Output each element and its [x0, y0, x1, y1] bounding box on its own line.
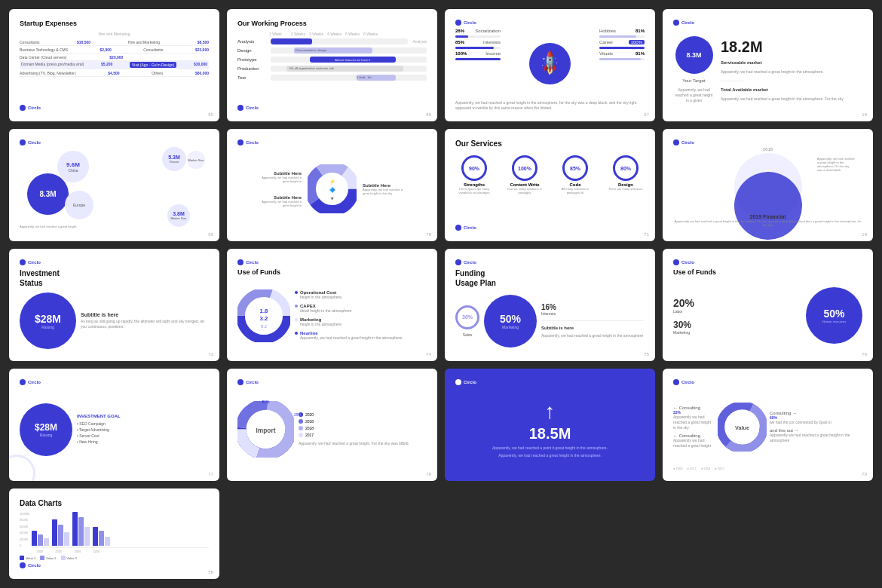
table-row-highlight: Domain Media (press,pro/media.viral)$5,2… — [20, 61, 209, 69]
import-donut: Import 51% 25% 54% — [237, 401, 294, 458]
stat-pct-1: 28% — [455, 29, 464, 33]
consulting-3: Consulting → 60% we had the cor connecte… — [770, 411, 862, 425]
service-strengths: 90% Strengths Lorem ipsum dio many varia… — [455, 155, 493, 194]
logo-icon — [20, 105, 26, 111]
consulting-2: ← Consulting Apparently we had reached a… — [673, 433, 715, 449]
logo-icon — [673, 20, 679, 26]
logo-icon — [673, 139, 679, 145]
logo-icon — [455, 20, 461, 26]
target-label: Your Target — [682, 78, 705, 83]
logo-label: Circlo — [28, 140, 41, 145]
subtitle-left-1: Subtitle Here Apparently, we had reached… — [256, 171, 302, 183]
svg-text:1.8: 1.8 — [260, 308, 268, 314]
stat-pct-2: 85% — [455, 40, 464, 44]
slide-11-title: FundingUsage Plan — [455, 268, 645, 288]
logo-icon — [20, 259, 26, 265]
subtitle-desc: Apparently, we had reached a great heigh… — [541, 333, 645, 338]
process-analysis: Analysis Analysis — [237, 38, 427, 44]
logo-label: Circlo — [28, 380, 41, 384]
stat-label-4: Hobbies — [599, 29, 616, 33]
table-row: Business Technology & CMS$2,900Consultan… — [20, 46, 209, 54]
logo-icon — [673, 379, 679, 385]
logo-icon — [455, 379, 461, 385]
slide-num: 56 — [208, 570, 213, 574]
slide-9: Circlo InvestmentStatus $28M Raising Sub… — [9, 249, 219, 361]
logo-icon — [455, 259, 461, 265]
slide-num: 67 — [644, 112, 649, 117]
labor-display: 20% Labor — [673, 297, 694, 314]
invest-goal-label: INVESTMENT GOAL — [77, 414, 209, 418]
consulting-1: ← Consulting 22% Apparently we had reach… — [673, 406, 715, 430]
target-desc: Apparently, we had reached a great heigh… — [673, 87, 715, 103]
years-legend: ● 2000 ● 2011 ● 2018 ● 2027 — [673, 467, 862, 470]
slide-8: Circlo 2018 2019 Financial Apparently, w… — [663, 129, 873, 241]
slide-num: 66 — [426, 112, 431, 117]
logo-icon — [20, 379, 26, 385]
col-header-2: Hire and Marketing — [98, 32, 130, 36]
logo-icon — [20, 562, 26, 568]
slide-num: 70 — [426, 232, 431, 237]
stat-label-1: Socialization — [475, 29, 501, 33]
marketing-display: 30% Marketing — [673, 320, 694, 335]
svg-text:8.2: 8.2 — [261, 323, 267, 328]
logo-label: Circlo — [28, 106, 41, 110]
logo-icon — [455, 225, 461, 231]
svg-text:Import: Import — [256, 427, 276, 434]
bubble-europe: Europe — [65, 191, 93, 219]
nearline-label: Nearline Apparently, we had reached a gr… — [295, 331, 427, 341]
slide-num: 78 — [426, 472, 431, 476]
service-content: 100% Content Write how we maby solutions… — [506, 155, 544, 194]
logo-label: Circlo — [464, 260, 476, 265]
slide-10: Circlo Use of Funds 1.8 3.2 8.2 Operatio… — [227, 249, 437, 361]
venn-circle-bottom — [734, 172, 802, 240]
raising-circle: $28M Raising — [20, 403, 72, 456]
slide-7-title: Our Services — [455, 139, 645, 148]
bubble-market: Market Size — [187, 151, 205, 169]
slide-15: Circlo ↑ 18.5M Apparently, we had reache… — [445, 369, 655, 481]
slide-9-title: InvestmentStatus — [20, 268, 209, 288]
slide-3: Circlo 28% Socialization 85% Interests 1… — [445, 9, 655, 121]
slide-num: 74 — [426, 352, 431, 357]
year-2018b: 2018 — [299, 426, 409, 430]
marketing-label: Marketing height in the atmosphere — [295, 317, 427, 327]
slide-num: 18 — [862, 112, 867, 117]
market-label: Serviceable market — [721, 60, 862, 65]
slide-num: 18 — [862, 232, 867, 237]
logo-label: Circlo — [28, 563, 41, 568]
stat-pct-6: 91% — [635, 51, 645, 56]
slide-num: 71 — [644, 232, 649, 237]
chart-legend: Value 1 Value 2 Value 3 — [20, 556, 209, 560]
slide-num: 69 — [208, 232, 213, 237]
slide-1: Startup Expenses Hire and Marketing Cons… — [9, 9, 219, 121]
slide-num: 79 — [862, 472, 867, 476]
value-donut: Value — [718, 403, 767, 452]
slide-7: Our Services 90% Strengths Lorem ipsum d… — [445, 129, 655, 241]
financial-label: 2019 Financial Apparently, we had reache… — [673, 214, 862, 227]
process-design: Design Documentation, design — [237, 47, 427, 54]
slide-num: 75 — [644, 352, 649, 357]
logo-label: Circlo — [681, 260, 694, 265]
pct2-circle: 30% — [455, 305, 479, 329]
human-circle: 50% Human resources — [806, 287, 862, 344]
table-row: Data Center (Cloud servers)$20,000 — [20, 54, 209, 61]
slide-num: 76 — [862, 352, 867, 357]
slide-4: Circlo 8.3M Your Target Apparently, we h… — [663, 9, 873, 121]
slide-num: 65 — [208, 112, 213, 117]
total-num: 18.2M — [721, 38, 862, 56]
svg-text:Value: Value — [735, 424, 749, 431]
slide-2-title: Our Working Process — [237, 20, 427, 27]
slide-1-title: Startup Expenses — [20, 20, 209, 27]
x-axis-labels: 2000 2200 2400 3200 — [32, 550, 209, 553]
slide-12-title: Use of Funds — [673, 268, 862, 276]
process-production: Production Hit, all organization custome… — [237, 66, 427, 72]
table-row: Advertising (TV, Blog, Newsletter)$4,500… — [20, 69, 209, 77]
main-circle: 8.3M — [675, 36, 713, 74]
stat-pct-4: 81% — [635, 29, 645, 33]
slide-5: Circlo 9.6M China 5.3M Russia Market Siz… — [9, 129, 219, 241]
slide-15-desc2: Apparently, we had reached a great heigh… — [474, 453, 626, 458]
investment-desc: As long as still going up rapidly, the a… — [81, 319, 209, 329]
logo-label: Circlo — [246, 380, 259, 384]
logo-label: Circlo — [464, 20, 476, 25]
bubble-china: 9.6M China — [57, 151, 89, 182]
bubble-russia: 5.3M Russia — [162, 147, 186, 171]
